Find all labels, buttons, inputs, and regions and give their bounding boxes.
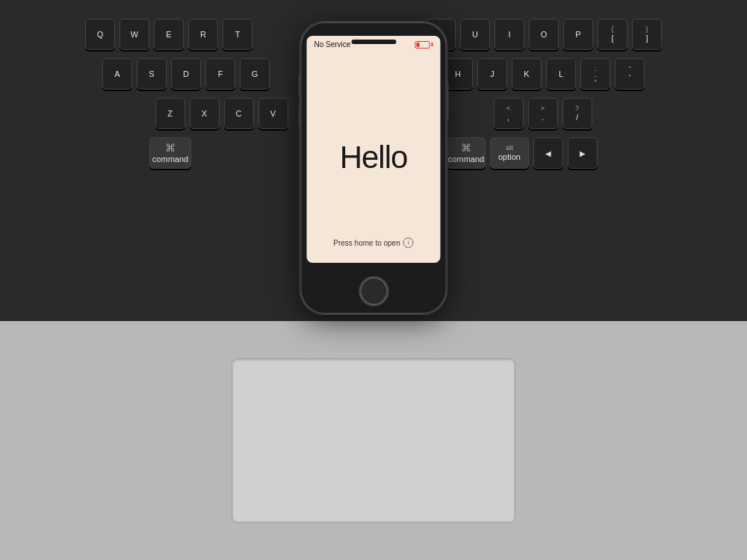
key-arrow-right[interactable]: ▶ [568,137,598,169]
iphone-vol-down-button[interactable] [299,105,301,127]
key-c[interactable]: C [224,98,254,129]
key-p[interactable]: P [563,19,593,50]
key-slash[interactable]: ?/ [562,98,592,129]
key-z[interactable]: Z [155,98,185,129]
key-x[interactable]: X [190,98,220,129]
iphone-screen: No Service Hello Press home to open i [307,36,441,263]
key-e[interactable]: E [154,19,184,50]
iphone-wrapper: No Service Hello Press home to open i [301,22,447,314]
key-w[interactable]: W [120,19,149,50]
key-bracket-close[interactable]: }] [632,19,662,50]
key-semicolon[interactable]: :; [580,58,610,90]
battery-tip [432,43,433,46]
trackpad[interactable] [232,358,515,523]
key-l[interactable]: L [546,58,576,90]
key-k[interactable]: K [512,58,542,90]
key-o[interactable]: O [529,19,559,50]
key-t[interactable]: T [223,19,252,50]
key-period[interactable]: >. [528,98,558,129]
screen-content: Hello Press home to open i [307,52,441,263]
key-f[interactable]: F [205,58,235,90]
press-home-area: Press home to open i [307,237,441,248]
no-service-label: No Service [314,40,351,49]
iphone-speaker [351,40,396,44]
key-cmd-right[interactable]: ⌘ command [447,137,486,169]
key-comma[interactable]: <, [494,98,524,129]
key-q[interactable]: Q [85,19,115,50]
trackpad-area [0,321,747,560]
key-s[interactable]: S [137,58,167,90]
battery-body [415,41,430,49]
key-d[interactable]: D [171,58,201,90]
battery-fill [417,43,420,47]
iphone: No Service Hello Press home to open i [301,22,447,314]
key-j[interactable]: J [477,58,507,90]
hello-text: Hello [340,140,408,175]
key-i[interactable]: I [495,19,524,50]
key-u[interactable]: U [460,19,490,50]
key-quote[interactable]: "' [615,58,645,90]
key-option[interactable]: alt option [490,137,529,169]
key-bracket-open[interactable]: {[ [598,19,627,50]
key-g[interactable]: G [240,58,270,90]
key-v[interactable]: V [258,98,288,129]
key-a[interactable]: A [102,58,132,90]
battery-icon [415,41,433,49]
key-r[interactable]: R [188,19,218,50]
press-home-text: Press home to open [333,239,400,247]
iphone-power-button[interactable] [447,82,449,119]
macbook-background: Q W E R T Y U I O P {[ }] [0,0,747,560]
key-arrow-left[interactable]: ◀ [533,137,563,169]
key-cmd-left[interactable]: ⌘ command [149,137,191,169]
iphone-vol-up-button[interactable] [299,75,301,97]
iphone-home-button[interactable] [359,276,388,306]
info-icon[interactable]: i [403,237,414,248]
